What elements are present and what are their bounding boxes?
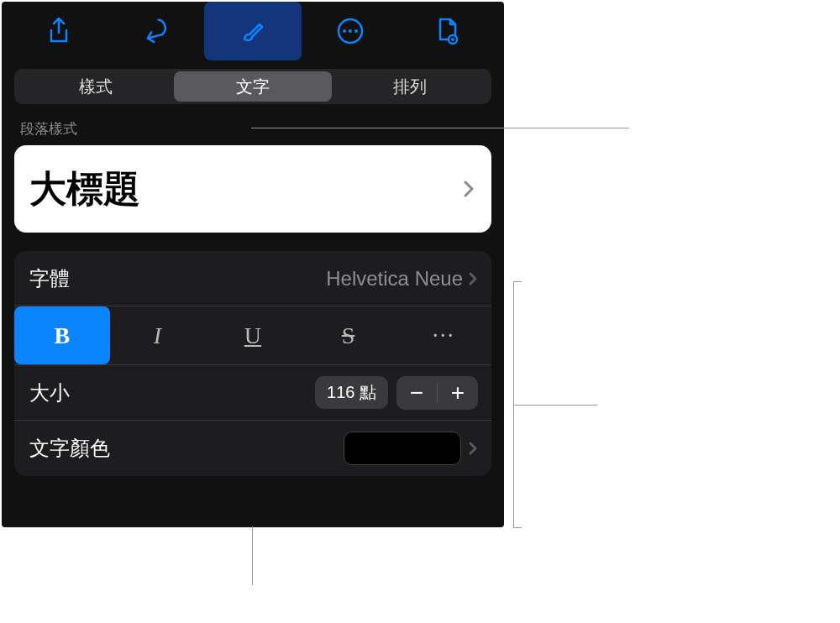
more-styles-button[interactable]: ··· xyxy=(396,306,491,364)
format-brush-button[interactable] xyxy=(204,2,302,60)
content-area: 大標題 字體 Helvetica Neue B I xyxy=(2,145,504,476)
bold-button[interactable]: B xyxy=(14,306,110,364)
more-icon xyxy=(335,16,365,46)
tab-text[interactable]: 文字 xyxy=(174,71,331,102)
document-icon xyxy=(432,16,462,46)
document-button[interactable] xyxy=(398,2,496,60)
format-panel: 樣式 文字 排列 段落樣式 大標題 字體 Helvetica Neue B xyxy=(2,2,504,527)
callout-line xyxy=(513,281,522,282)
svg-point-3 xyxy=(354,29,358,33)
italic-letter: I xyxy=(154,322,161,349)
text-style-buttons: B I U S ··· xyxy=(14,306,491,365)
strikethrough-button[interactable]: S xyxy=(301,306,396,364)
undo-button[interactable] xyxy=(108,2,205,60)
text-color-row[interactable]: 文字顏色 xyxy=(14,421,491,476)
bold-letter: B xyxy=(54,322,70,349)
size-increase-button[interactable]: + xyxy=(438,376,478,410)
chevron-right-icon xyxy=(468,270,478,287)
more-button[interactable] xyxy=(302,2,399,60)
chevron-right-icon xyxy=(468,440,478,457)
tab-style[interactable]: 樣式 xyxy=(17,71,174,102)
callout-line xyxy=(252,526,253,585)
svg-point-2 xyxy=(349,29,352,33)
paragraph-style-value: 大標題 xyxy=(29,165,140,214)
size-row: 大小 116 點 − + xyxy=(14,365,491,421)
segmented-control: 樣式 文字 排列 xyxy=(14,69,491,104)
font-row[interactable]: 字體 Helvetica Neue xyxy=(14,251,491,306)
svg-point-5 xyxy=(451,38,454,41)
size-value[interactable]: 116 點 xyxy=(315,376,388,409)
share-button[interactable] xyxy=(10,2,108,60)
text-color-label: 文字顏色 xyxy=(29,435,110,462)
underline-button[interactable]: U xyxy=(205,306,301,364)
share-icon xyxy=(44,16,74,46)
strike-letter: S xyxy=(342,322,355,349)
chevron-right-icon xyxy=(463,179,475,199)
size-stepper: − + xyxy=(396,376,478,410)
text-color-swatch[interactable] xyxy=(344,432,461,465)
callout-line xyxy=(513,527,522,528)
svg-point-1 xyxy=(343,29,346,33)
tab-arrange[interactable]: 排列 xyxy=(332,71,489,102)
callout-line xyxy=(513,405,597,406)
font-value: Helvetica Neue xyxy=(326,267,463,291)
size-label: 大小 xyxy=(29,380,70,406)
undo-icon xyxy=(140,16,171,46)
italic-button[interactable]: I xyxy=(110,306,206,364)
more-dots: ··· xyxy=(433,322,455,349)
top-toolbar xyxy=(2,2,504,60)
size-decrease-button[interactable]: − xyxy=(396,376,437,410)
underline-letter: U xyxy=(244,322,261,349)
tabs-container: 樣式 文字 排列 xyxy=(2,60,504,107)
font-group: 字體 Helvetica Neue B I U S xyxy=(14,251,491,476)
callout-line xyxy=(251,128,629,128)
font-label: 字體 xyxy=(29,265,70,292)
paragraph-style-row[interactable]: 大標題 xyxy=(14,145,491,233)
brush-icon xyxy=(238,16,268,46)
section-label-paragraph-style: 段落樣式 xyxy=(2,107,504,145)
